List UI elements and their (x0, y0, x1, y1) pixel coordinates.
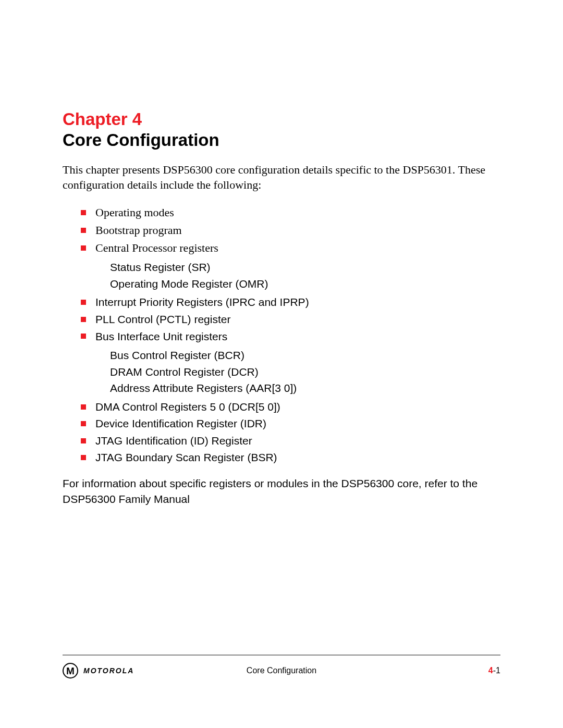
list-item: DMA Control Registers 5 0 (DCR[5 0]) (81, 399, 500, 416)
list-item: JTAG Boundary Scan Register (BSR) (81, 449, 500, 466)
list-item: Device Identification Register (IDR) (81, 415, 500, 433)
list-item-text: Operating modes (95, 206, 174, 219)
list-item: Interrupt Priority Registers (IPRC and I… (81, 294, 500, 311)
sub-list: Bus Control Register (BCR)DRAM Control R… (95, 345, 500, 399)
sub-list-item: DRAM Control Register (DCR) (95, 364, 500, 380)
list-item-text: Bootstrap program (95, 224, 182, 237)
list-item: Bootstrap program (81, 221, 500, 239)
chapter-title: Core Configuration (63, 130, 500, 150)
list-item-text: Bus Interface Unit registers (95, 330, 227, 342)
list-item: JTAG Identification (ID) Register (81, 433, 500, 450)
list-item-text: JTAG Identification (ID) Register (95, 435, 252, 447)
footer-brand: M MOTOROLA (63, 663, 134, 678)
page-number: 4-1 (488, 666, 500, 675)
intro-paragraph: This chapter presents DSP56300 core conf… (63, 163, 500, 192)
list-item: PLL Control (PCTL) register (81, 311, 500, 328)
brand-wordmark: MOTOROLA (83, 667, 134, 675)
sub-list: Status Register (SR)Operating Mode Regis… (95, 257, 500, 294)
sub-list-item: Status Register (SR) (95, 259, 500, 276)
page-number-chapter: 4 (488, 666, 493, 675)
list-item: Operating modes (81, 204, 500, 221)
list-item: Central Processor registersStatus Regist… (81, 239, 500, 294)
bullet-list: Operating modesBootstrap programCentral … (63, 204, 500, 466)
footer-rule (63, 655, 500, 656)
list-item-text: DMA Control Registers 5 0 (DCR[5 0]) (95, 401, 280, 413)
list-item-text: Central Processor registers (95, 241, 218, 254)
motorola-logo-icon: M (63, 663, 78, 678)
sub-list-item: Bus Control Register (BCR) (95, 347, 500, 364)
list-item: Bus Interface Unit registersBus Control … (81, 328, 500, 399)
chapter-number: Chapter 4 (63, 109, 500, 129)
list-item-text: PLL Control (PCTL) register (95, 313, 230, 325)
sub-list-item: Operating Mode Register (OMR) (95, 276, 500, 292)
list-item-text: JTAG Boundary Scan Register (BSR) (95, 451, 277, 463)
list-item-text: Interrupt Priority Registers (IPRC and I… (95, 296, 309, 308)
sub-list-item: Address Attribute Registers (AAR[3 0]) (95, 380, 500, 397)
page-footer: Core Configuration M MOTOROLA 4-1 (63, 655, 500, 678)
page-number-page: 1 (496, 666, 500, 675)
document-page: Chapter 4 Core Configuration This chapte… (0, 0, 563, 508)
list-item-text: Device Identification Register (IDR) (95, 417, 266, 429)
closing-paragraph: For information about specific registers… (63, 476, 500, 508)
